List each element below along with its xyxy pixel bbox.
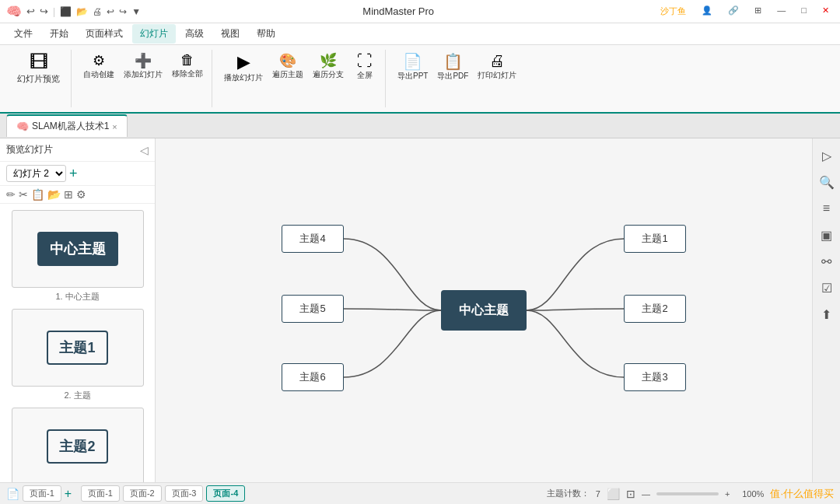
zoom-out-btn[interactable]: — — [642, 489, 650, 499]
slideshow-preview-icon: 🎞 — [30, 53, 48, 72]
slideshow-preview-btn[interactable]: 🎞 幻灯片预览 — [11, 50, 66, 88]
sidebar-title: 预览幻灯片 — [6, 143, 53, 156]
menu-advanced[interactable]: 高级 — [177, 24, 212, 44]
quick-undo[interactable]: ↩ — [26, 5, 35, 17]
ribbon-row2: ▶ 播放幻灯片 🎨 遍历主题 🌿 遍历分支 ⛶ 全屏 — [220, 50, 380, 86]
slide-tb-folder-icon[interactable]: 📂 — [47, 188, 61, 201]
close-btn[interactable]: ✕ — [817, 4, 834, 19]
mm-node-topic3[interactable]: 主题3 — [624, 363, 686, 391]
print-slide-btn[interactable]: 🖨 打印幻灯片 — [474, 50, 520, 84]
export-pdf-label: 导出PDF — [437, 71, 468, 82]
quick-print[interactable]: 🖨 — [93, 6, 102, 17]
mm-topic4-label: 主题4 — [299, 232, 325, 246]
quick-save[interactable]: ⬛ — [60, 6, 72, 17]
slide-tb-settings-icon[interactable]: ⚙ — [76, 188, 86, 201]
canvas-scroll[interactable]: 中心主题 主题1 主题2 主题3 主题4 主题5 — [156, 138, 812, 482]
ribbon: 🎞 幻灯片预览 ⚙ 自动创建 ➕ 添加幻灯片 🗑 移除全部 ▶ 播放幻灯片 — [0, 45, 840, 114]
slide-item-3[interactable]: 主题2 3. 主题 — [6, 408, 149, 482]
main-content: 预览幻灯片 ◁ 幻灯片 2 + ✏ ✂ 📋 📂 ⊞ ⚙ 中心主题 1. 中心主题 — [0, 138, 840, 482]
add-slide-sidebar-btn[interactable]: + — [69, 166, 78, 182]
auto-create-btn[interactable]: ⚙ 自动创建 — [79, 50, 118, 82]
slideshow-preview-label: 幻灯片预览 — [17, 73, 60, 85]
mm-node-topic1[interactable]: 主题1 — [624, 225, 686, 253]
traverse-theme-btn[interactable]: 🎨 遍历主题 — [268, 50, 307, 86]
menu-start[interactable]: 开始 — [42, 24, 76, 44]
quick-more[interactable]: ▼ — [131, 6, 141, 17]
menu-page-style[interactable]: 页面样式 — [78, 24, 131, 44]
play-slide-icon: ▶ — [237, 52, 250, 72]
user-label: 沙丁鱼 — [656, 4, 691, 19]
traverse-theme-icon: 🎨 — [279, 52, 296, 69]
slide-item-1[interactable]: 中心主题 1. 中心主题 — [6, 210, 149, 303]
tab-brain-icon: 🧠 — [16, 121, 29, 132]
right-btn-export[interactable]: ⬆ — [816, 303, 838, 325]
add-slide-btn[interactable]: ➕ 添加幻灯片 — [120, 50, 166, 82]
node-count-value: 7 — [596, 489, 600, 499]
quick-sep: | — [53, 6, 55, 17]
canvas-area[interactable]: 中心主题 主题1 主题2 主题3 主题4 主题5 — [156, 138, 812, 482]
page-tab-1-nav[interactable]: 页面-1 — [81, 485, 120, 502]
remove-all-btn[interactable]: 🗑 移除全部 — [168, 50, 207, 82]
mm-center-node[interactable]: 中心主题 — [441, 290, 527, 331]
page-tab-3[interactable]: 页面-3 — [165, 485, 204, 502]
menu-help[interactable]: 帮助 — [249, 24, 283, 44]
sidebar-collapse-btn[interactable]: ◁ — [140, 144, 149, 156]
mm-node-topic4[interactable]: 主题4 — [282, 225, 344, 253]
export-pdf-btn[interactable]: 📋 导出PDF — [433, 50, 472, 84]
add-page-btn[interactable]: + — [65, 487, 72, 501]
quick-redo[interactable]: ↪ — [40, 5, 48, 17]
mm-node-topic6[interactable]: 主题6 — [282, 363, 344, 391]
page-tab-1[interactable]: 页面-1 — [23, 485, 61, 502]
ribbon-group-play: ▶ 播放幻灯片 🎨 遍历主题 🌿 遍历分支 ⛶ 全屏 — [215, 50, 386, 107]
right-btn-task[interactable]: ☑ — [816, 277, 838, 299]
slide-tb-grid-icon[interactable]: ⊞ — [64, 188, 73, 201]
doc-tab-slam[interactable]: 🧠 SLAM机器人技术1 × — [6, 114, 128, 137]
slide-item-2[interactable]: 主题1 2. 主题 — [6, 309, 149, 401]
right-btn-search[interactable]: 🔍 — [816, 171, 838, 193]
slide-tb-copy-icon[interactable]: 📋 — [31, 188, 44, 201]
mm-node-topic5[interactable]: 主题5 — [282, 295, 344, 323]
right-btn-list[interactable]: ≡ — [816, 198, 838, 219]
zoom-in-btn[interactable]: + — [725, 489, 730, 499]
user-icon[interactable]: 👤 — [697, 4, 717, 19]
tab-close-icon[interactable]: × — [112, 122, 117, 131]
remove-all-label: 移除全部 — [172, 68, 203, 79]
traverse-branch-btn[interactable]: 🌿 遍历分支 — [309, 50, 348, 86]
fullscreen-btn[interactable]: ⛶ 全屏 — [349, 50, 380, 86]
minimize-btn[interactable]: — — [772, 4, 790, 19]
page-tab-2[interactable]: 页面-2 — [123, 485, 162, 502]
center-btn[interactable]: ⊡ — [626, 488, 635, 500]
print-slide-label: 打印幻灯片 — [478, 70, 516, 81]
page-tab-4[interactable]: 页面-4 — [206, 485, 245, 502]
grid-icon[interactable]: ⊞ — [750, 4, 766, 19]
doc-tab-label: SLAM机器人技术1 — [32, 120, 109, 133]
slide-tb-edit-icon[interactable]: ✏ — [6, 188, 16, 201]
node-count-label: 主题计数： — [547, 488, 590, 499]
menu-slideshow[interactable]: 幻灯片 — [132, 24, 176, 44]
slide-topic2-node: 主题2 — [47, 429, 107, 464]
right-btn-expand[interactable]: ▷ — [816, 145, 838, 166]
play-slide-label: 播放幻灯片 — [224, 72, 263, 83]
share-icon[interactable]: 🔗 — [723, 4, 744, 19]
export-ppt-btn[interactable]: 📄 导出PPT — [394, 50, 432, 84]
maximize-btn[interactable]: □ — [796, 4, 811, 19]
right-btn-connect[interactable]: ⚯ — [816, 250, 838, 272]
slide-select[interactable]: 幻灯片 2 — [6, 165, 66, 182]
fit-btn[interactable]: ⬜ — [607, 488, 620, 500]
play-slide-btn[interactable]: ▶ 播放幻灯片 — [220, 50, 267, 86]
right-btn-box[interactable]: ▣ — [816, 224, 838, 246]
quick-undo2[interactable]: ↩ — [107, 6, 114, 17]
add-slide-icon: ➕ — [135, 52, 152, 69]
slide-tb-cut-icon[interactable]: ✂ — [19, 188, 28, 201]
slide-topic1-node: 主题1 — [47, 331, 107, 365]
menu-file[interactable]: 文件 — [6, 24, 40, 44]
sidebar: 预览幻灯片 ◁ 幻灯片 2 + ✏ ✂ 📋 📂 ⊞ ⚙ 中心主题 1. 中心主题 — [0, 138, 156, 482]
ribbon-row3: 📄 导出PPT 📋 导出PDF 🖨 打印幻灯片 — [394, 50, 520, 84]
auto-create-icon: ⚙ — [93, 52, 105, 69]
zoom-slider[interactable] — [656, 492, 719, 495]
mm-node-topic2[interactable]: 主题2 — [624, 295, 686, 323]
quick-redo2[interactable]: ↪ — [119, 6, 127, 17]
mm-topic3-label: 主题3 — [642, 370, 667, 384]
menu-view[interactable]: 视图 — [213, 24, 247, 44]
quick-open[interactable]: 📂 — [76, 6, 88, 17]
